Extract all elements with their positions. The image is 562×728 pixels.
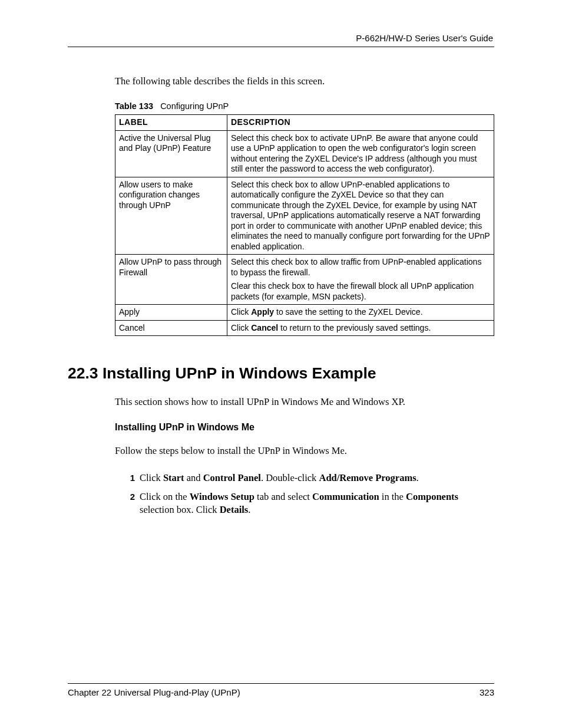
document-page: P-662H/HW-D Series User's Guide The foll… [0,0,562,517]
section-intro: This section shows how to install UPnP i… [115,396,494,408]
table-caption-title: Configuring UPnP [160,101,229,111]
table-row: Active the Universal Plug and Play (UPnP… [115,130,494,177]
sub-heading: Installing UPnP in Windows Me [115,422,494,433]
list-item: 1 Click Start and Control Panel. Double-… [124,472,494,485]
step-number: 1 [124,472,135,485]
config-table: LABEL DESCRIPTION Active the Universal P… [115,114,494,336]
sub-intro: Follow the steps below to install the UP… [115,444,494,457]
footer-chapter: Chapter 22 Universal Plug-and-Play (UPnP… [68,687,240,697]
header-guide-title: P-662H/HW-D Series User's Guide [68,33,494,43]
footer-page-number: 323 [480,687,494,697]
table-row: Cancel Click Cancel to return to the pre… [115,320,494,336]
page-footer: Chapter 22 Universal Plug-and-Play (UPnP… [68,683,494,697]
th-label: LABEL [115,115,227,131]
step-number: 2 [124,490,135,517]
table-row: Allow UPnP to pass through Firewall Sele… [115,255,494,305]
table-header-row: LABEL DESCRIPTION [115,115,494,131]
cell-label: Allow users to make configuration change… [115,177,227,255]
table-caption-number: Table 133 [115,101,153,111]
section-heading: 22.3 Installing UPnP in Windows Example [68,364,494,383]
th-description: DESCRIPTION [227,115,494,131]
table-row: Allow users to make configuration change… [115,177,494,255]
cell-description: Select this check box to activate UPnP. … [227,130,494,177]
table-row: Apply Click Apply to save the setting to… [115,305,494,321]
intro-paragraph: The following table describes the fields… [115,75,494,87]
step-text: Click Start and Control Panel. Double-cl… [140,472,494,485]
cell-description: Click Cancel to return to the previously… [227,320,494,336]
table-caption: Table 133 Configuring UPnP [115,101,494,111]
cell-label: Apply [115,305,227,321]
cell-label: Cancel [115,320,227,336]
step-text: Click on the Windows Setup tab and selec… [140,490,494,517]
list-item: 2 Click on the Windows Setup tab and sel… [124,490,494,517]
cell-description: Click Apply to save the setting to the Z… [227,305,494,321]
cell-description: Select this check box to allow UPnP-enab… [227,177,494,255]
cell-label: Allow UPnP to pass through Firewall [115,255,227,305]
step-list: 1 Click Start and Control Panel. Double-… [124,472,494,517]
cell-description: Select this check box to allow traffic f… [227,255,494,305]
cell-label: Active the Universal Plug and Play (UPnP… [115,130,227,177]
header-rule [68,47,494,47]
